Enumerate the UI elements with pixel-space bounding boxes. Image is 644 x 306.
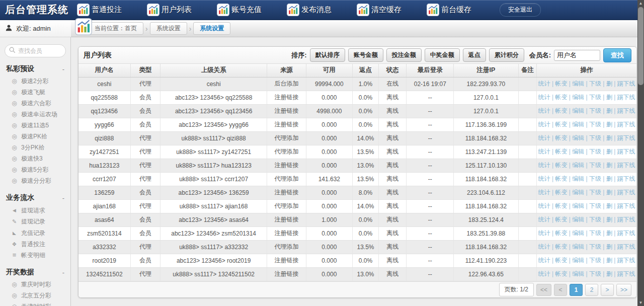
action-link[interactable]: 帐变 bbox=[550, 243, 568, 250]
action-link[interactable]: 编辑 bbox=[567, 175, 584, 182]
scroll-thumb[interactable] bbox=[638, 7, 643, 85]
sidebar-item[interactable]: 极速分分彩 bbox=[0, 175, 70, 186]
action-link[interactable]: 帐变 bbox=[550, 257, 568, 264]
action-link[interactable]: 编辑 bbox=[567, 134, 584, 141]
sidebar-item[interactable]: 北京五分彩 bbox=[0, 290, 70, 301]
action-link[interactable]: 删 bbox=[601, 148, 612, 155]
sidebar-item[interactable]: 极速11选5 bbox=[0, 120, 70, 131]
nav-item[interactable]: 发布消息 bbox=[287, 4, 332, 16]
member-name-input[interactable] bbox=[554, 50, 600, 61]
action-link[interactable]: 帐变 bbox=[550, 230, 568, 237]
action-link[interactable]: 下级 bbox=[584, 257, 601, 264]
action-link[interactable]: 帐变 bbox=[550, 94, 568, 101]
action-link[interactable]: 帐变 bbox=[550, 202, 568, 209]
action-link[interactable]: 编辑 bbox=[567, 216, 584, 223]
action-link[interactable]: 统计 bbox=[538, 216, 550, 223]
action-link[interactable]: 删 bbox=[601, 270, 612, 277]
action-link[interactable]: 删 bbox=[601, 134, 612, 141]
action-link[interactable]: 删 bbox=[601, 216, 612, 223]
action-link[interactable]: 帐变 bbox=[550, 121, 568, 128]
action-link[interactable]: 下级 bbox=[584, 162, 601, 169]
action-link[interactable]: 踢下线 bbox=[612, 80, 635, 87]
action-link[interactable]: 踢下线 bbox=[612, 121, 635, 128]
action-link[interactable]: 删 bbox=[601, 162, 612, 169]
nav-item[interactable]: 账号充值 bbox=[217, 4, 262, 16]
nav-item[interactable]: 清空缓存 bbox=[357, 4, 401, 16]
action-link[interactable]: 帐变 bbox=[550, 148, 568, 155]
sidebar-item[interactable]: 极速幸运农场 bbox=[0, 109, 70, 120]
action-link[interactable]: 统计 bbox=[538, 189, 550, 196]
sidebar-item[interactable]: 极速快3 bbox=[0, 153, 70, 164]
action-link[interactable]: 踢下线 bbox=[612, 189, 635, 196]
sidebar-item[interactable]: 极速2分彩 bbox=[0, 75, 70, 87]
action-link[interactable]: 帐变 bbox=[550, 270, 568, 277]
collapse-icon[interactable]: - bbox=[62, 194, 64, 202]
action-link[interactable]: 踢下线 bbox=[612, 134, 635, 141]
action-link[interactable]: 编辑 bbox=[567, 257, 584, 264]
action-link[interactable]: 踢下线 bbox=[612, 202, 635, 209]
action-link[interactable]: 踢下线 bbox=[612, 94, 635, 101]
action-link[interactable]: 踢下线 bbox=[612, 148, 635, 155]
sort-button[interactable]: 返点 bbox=[463, 48, 486, 62]
action-link[interactable]: 统计 bbox=[538, 121, 550, 128]
sidebar-item[interactable]: 极速六合彩 bbox=[0, 98, 70, 109]
action-link[interactable]: 统计 bbox=[538, 162, 550, 169]
action-link[interactable]: 帐变 bbox=[550, 162, 568, 169]
sidebar-item[interactable]: 帐变明细 bbox=[0, 250, 70, 261]
page-button[interactable]: < bbox=[554, 284, 567, 296]
breadcrumb-current[interactable]: 系统设置 bbox=[193, 22, 230, 35]
action-link[interactable]: 删 bbox=[601, 257, 612, 264]
scrollbar[interactable]: ▲ ▼ bbox=[637, 0, 644, 306]
sidebar-item[interactable]: 普通投注 bbox=[0, 239, 70, 250]
sidebar-item[interactable]: 充值记录 bbox=[0, 227, 70, 239]
nav-item[interactable]: 用户列表 bbox=[147, 4, 192, 16]
action-link[interactable]: 下级 bbox=[584, 243, 601, 250]
action-link[interactable]: 下级 bbox=[584, 107, 601, 114]
breadcrumb-section[interactable]: 系统设置 bbox=[150, 22, 187, 35]
sort-button[interactable]: 累计积分 bbox=[489, 48, 524, 62]
action-link[interactable]: 编辑 bbox=[567, 107, 584, 114]
action-link[interactable]: 删 bbox=[601, 121, 612, 128]
page-button[interactable]: >> bbox=[616, 284, 631, 296]
action-link[interactable]: 下级 bbox=[584, 134, 601, 141]
action-link[interactable]: 帐变 bbox=[550, 189, 568, 196]
action-link[interactable]: 编辑 bbox=[567, 189, 584, 196]
action-link[interactable]: 踢下线 bbox=[612, 257, 635, 264]
search-input[interactable] bbox=[18, 47, 61, 54]
action-link[interactable]: 下级 bbox=[584, 148, 601, 155]
action-link[interactable]: 踢下线 bbox=[612, 270, 635, 277]
scroll-down-icon[interactable]: ▼ bbox=[637, 299, 644, 306]
sort-button[interactable]: 中奖金额 bbox=[425, 48, 460, 62]
action-link[interactable]: 编辑 bbox=[567, 202, 584, 209]
action-link[interactable]: 下级 bbox=[584, 175, 601, 182]
nav-item[interactable]: 普通投注 bbox=[77, 4, 122, 16]
action-link[interactable]: 下级 bbox=[584, 202, 601, 209]
action-link[interactable]: 下级 bbox=[584, 121, 601, 128]
action-link[interactable]: 统计 bbox=[538, 243, 550, 250]
collapse-icon[interactable]: - bbox=[62, 269, 64, 276]
page-button[interactable]: << bbox=[536, 284, 551, 296]
sidebar-section-header[interactable]: 业务流水 - bbox=[0, 191, 70, 204]
sidebar-section-header[interactable]: 私彩预设 - bbox=[0, 62, 70, 75]
find-button[interactable]: 查找 bbox=[603, 48, 631, 62]
action-link[interactable]: 编辑 bbox=[567, 270, 584, 277]
action-link[interactable]: 下级 bbox=[584, 189, 601, 196]
action-link[interactable]: 踢下线 bbox=[612, 175, 635, 182]
action-link[interactable]: 统计 bbox=[538, 257, 550, 264]
action-link[interactable]: 删 bbox=[601, 202, 612, 209]
scroll-up-icon[interactable]: ▲ bbox=[637, 0, 644, 7]
action-link[interactable]: 下级 bbox=[584, 230, 601, 237]
sort-button[interactable]: 账号金额 bbox=[348, 48, 383, 62]
action-link[interactable]: 统计 bbox=[538, 134, 550, 141]
action-link[interactable]: 删 bbox=[601, 189, 612, 196]
action-link[interactable]: 踢下线 bbox=[612, 243, 635, 250]
action-link[interactable]: 删 bbox=[601, 243, 612, 250]
sidebar-item[interactable]: 天津时时彩 bbox=[0, 301, 70, 306]
action-link[interactable]: 下级 bbox=[584, 94, 601, 101]
action-link[interactable]: 统计 bbox=[538, 202, 550, 209]
action-link[interactable]: 删 bbox=[601, 107, 612, 114]
logout-button[interactable]: 安全退出 bbox=[500, 3, 541, 17]
action-link[interactable]: 编辑 bbox=[567, 94, 584, 101]
page-button[interactable]: > bbox=[601, 284, 614, 296]
sidebar-item[interactable]: 重庆时时彩 bbox=[0, 279, 70, 290]
